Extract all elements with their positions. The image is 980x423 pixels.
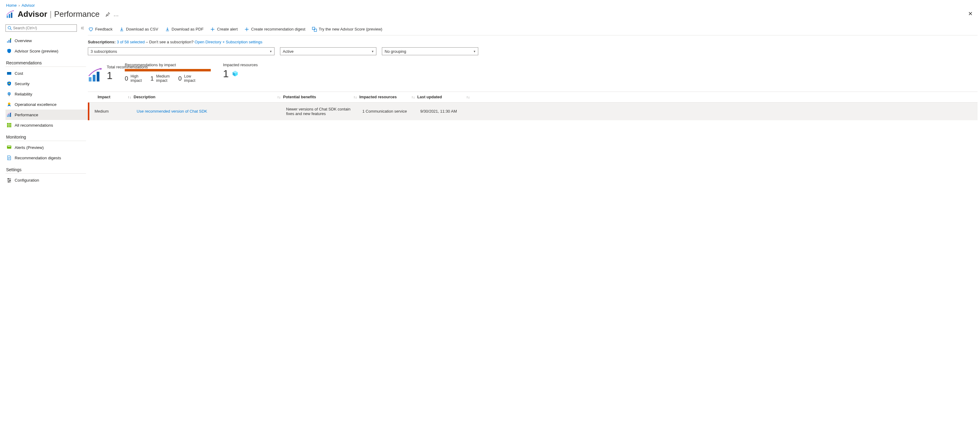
breadcrumb-home[interactable]: Home — [6, 3, 17, 8]
svg-point-4 — [8, 26, 11, 29]
svg-point-3 — [13, 10, 14, 11]
performance-icon — [7, 112, 11, 117]
collapse-sidebar-button[interactable] — [80, 26, 85, 30]
download-csv-button[interactable]: Download as CSV — [119, 27, 158, 32]
download-icon — [165, 27, 170, 32]
feedback-button[interactable]: Feedback — [89, 27, 113, 32]
cell-impacted-resources: 1 Communication service — [359, 107, 417, 115]
subscriptions-label: Subscriptions: — [88, 40, 116, 44]
svg-point-9 — [10, 38, 11, 39]
col-header-impact[interactable]: Impact ↑↓ — [88, 92, 134, 102]
sidebar-item-opex[interactable]: Operational excellence — [5, 99, 88, 110]
subscriptions-dropdown[interactable]: 3 subscriptions ▾ — [88, 47, 275, 55]
sidebar-section-settings: Settings — [6, 167, 88, 172]
sidebar-item-label: Advisor Score (preview) — [14, 49, 58, 53]
score-icon — [312, 27, 317, 32]
overview-icon — [7, 38, 11, 43]
svg-rect-25 — [7, 126, 8, 127]
high-impact-value: 0 — [125, 75, 128, 82]
heart-icon — [89, 27, 93, 32]
recommendation-link[interactable]: Use recommended version of Chat SDK — [137, 109, 207, 113]
cell-description: Use recommended version of Chat SDK — [134, 107, 283, 115]
download-pdf-button[interactable]: Download as PDF — [165, 27, 204, 32]
impact-text: Medium — [156, 74, 170, 78]
toolbar-label: Create alert — [217, 27, 238, 32]
sidebar-item-allrecs[interactable]: All recommendations — [5, 120, 88, 130]
sidebar-item-performance[interactable]: Performance — [5, 110, 88, 120]
col-header-impacted-resources[interactable]: Impacted resources ↑↓ — [359, 92, 417, 102]
sidebar-item-reliability[interactable]: Reliability — [5, 89, 88, 99]
svg-rect-42 — [93, 75, 95, 81]
sidebar-item-security[interactable]: Security — [5, 78, 88, 89]
col-header-description[interactable]: Description ↑↓ — [134, 92, 283, 102]
sidebar-item-label: All recommendations — [14, 123, 53, 128]
low-impact: 0 Lowimpact — [178, 75, 195, 83]
sidebar-item-label: Operational excellence — [14, 102, 56, 107]
sidebar-item-overview[interactable]: Overview — [5, 35, 88, 46]
search-input[interactable] — [13, 26, 75, 30]
sidebar-item-label: Configuration — [14, 178, 39, 182]
plus-icon — [244, 27, 249, 32]
svg-rect-18 — [10, 113, 11, 117]
sidebar-item-cost[interactable]: Cost — [5, 68, 88, 78]
chevron-down-icon: ▾ — [270, 49, 272, 53]
search-icon — [8, 26, 12, 30]
more-button[interactable]: … — [113, 11, 119, 17]
table-row[interactable]: Medium Use recommended version of Chat S… — [88, 102, 978, 120]
subscriptions-link[interactable]: 3 of 58 selected — [117, 40, 145, 44]
try-advisor-score-button[interactable]: Try the new Advisor Score (preview) — [312, 27, 382, 32]
document-icon — [7, 155, 11, 160]
chevron-down-icon: ▾ — [474, 49, 476, 53]
sidebar-item-digests[interactable]: Recommendation digests — [5, 153, 88, 163]
chevron-right-icon: › — [19, 3, 20, 8]
col-header-label: Potential benefits — [283, 94, 316, 99]
sidebar-item-config[interactable]: Configuration — [5, 175, 88, 185]
svg-point-12 — [8, 83, 10, 84]
svg-rect-11 — [7, 73, 11, 73]
svg-rect-6 — [7, 41, 8, 43]
impact-text: Low — [184, 74, 191, 78]
resource-icon — [232, 70, 239, 77]
col-header-benefits[interactable]: Potential benefits ↑↓ — [283, 92, 359, 102]
svg-point-34 — [8, 178, 9, 179]
svg-point-36 — [10, 180, 11, 181]
status-dropdown[interactable]: Active ▾ — [280, 47, 376, 55]
create-digest-button[interactable]: Create recommendation digest — [244, 27, 305, 32]
svg-rect-16 — [7, 115, 8, 117]
svg-rect-29 — [8, 146, 11, 147]
col-header-last-updated[interactable]: Last updated ↑↓ — [417, 92, 472, 102]
subscriptions-filter-text: Subscriptions: 3 of 58 selected – Don't … — [88, 38, 976, 47]
sidebar-divider — [5, 173, 86, 174]
grid-icon — [7, 123, 11, 128]
impacted-resources-card: Impacted resources 1 — [223, 62, 258, 79]
create-alert-button[interactable]: Create alert — [210, 27, 238, 32]
advisor-icon — [6, 10, 14, 19]
grouping-dropdown[interactable]: No grouping ▾ — [382, 47, 478, 55]
col-header-label: Description — [134, 94, 156, 99]
shield-icon — [7, 48, 11, 53]
impact-accent — [88, 102, 89, 120]
page-title: Advisor | Performance — [18, 10, 99, 19]
breadcrumb: Home › Advisor — [0, 0, 980, 9]
search-input-wrap[interactable] — [5, 24, 77, 32]
main-content: Feedback Download as CSV Download as PDF… — [88, 23, 980, 192]
svg-rect-41 — [89, 77, 92, 81]
close-button[interactable]: ✕ — [967, 10, 974, 18]
filters-region: Subscriptions: 3 of 58 selected – Don't … — [88, 35, 978, 58]
sidebar-item-score[interactable]: Advisor Score (preview) — [5, 46, 88, 56]
summary-region: Total recommendations 1 Recommendations … — [88, 58, 978, 91]
svg-rect-39 — [312, 27, 315, 30]
svg-rect-10 — [7, 72, 11, 75]
pin-button[interactable] — [105, 11, 110, 17]
page-title-sep: | — [50, 10, 52, 19]
sidebar-item-label: Alerts (Preview) — [14, 145, 44, 150]
impact-text: impact — [156, 78, 167, 83]
col-header-label: Impacted resources — [359, 94, 397, 99]
impact-text: impact — [130, 78, 142, 83]
subscriptions-note: – Don't see a subscription? — [146, 40, 195, 44]
sidebar-item-alerts[interactable]: Alerts (Preview) — [5, 142, 88, 153]
open-subscription-settings-link[interactable]: Open Directory + Subscription settings — [195, 40, 262, 44]
breadcrumb-advisor[interactable]: Advisor — [22, 3, 35, 8]
sidebar-item-label: Cost — [14, 71, 23, 76]
svg-rect-24 — [10, 125, 11, 126]
